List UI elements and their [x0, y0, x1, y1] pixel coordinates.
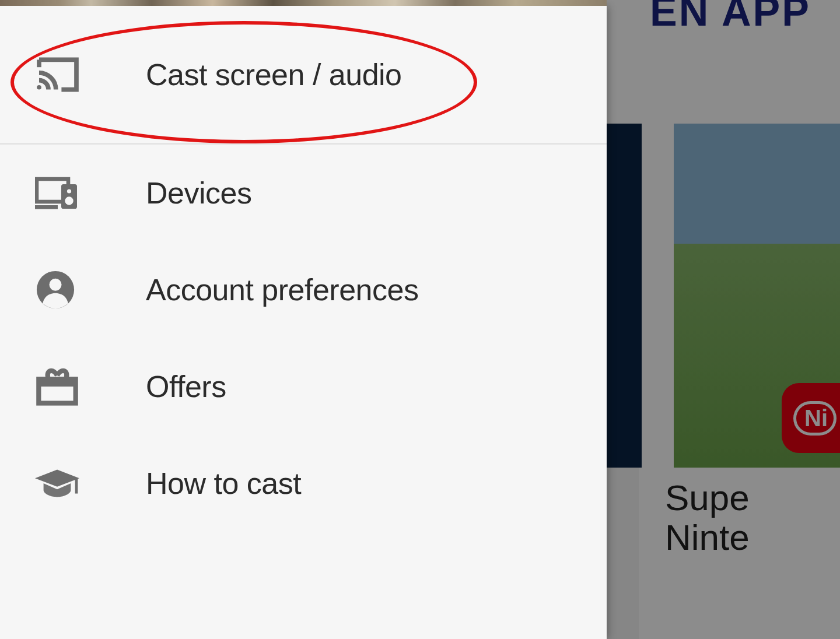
svg-rect-9 [75, 478, 78, 493]
svg-point-3 [65, 196, 73, 205]
navigation-drawer: Cast screen / audio Devices Account pref… [0, 6, 607, 639]
cast-icon [35, 56, 82, 93]
drawer-item-label: Offers [146, 369, 226, 404]
drawer-item-offers[interactable]: Offers [0, 338, 607, 435]
offers-icon [35, 366, 82, 407]
svg-point-6 [50, 279, 62, 291]
drawer-item-account-preferences[interactable]: Account preferences [0, 241, 607, 338]
svg-rect-4 [35, 205, 58, 209]
svg-rect-1 [61, 184, 77, 209]
drawer-item-label: Account preferences [146, 272, 418, 307]
drawer-cast-screen-audio[interactable]: Cast screen / audio [0, 6, 607, 145]
svg-rect-8 [37, 377, 78, 387]
drawer-item-devices[interactable]: Devices [0, 145, 607, 241]
devices-icon [35, 175, 82, 210]
svg-point-2 [67, 189, 71, 193]
drawer-item-label: Devices [146, 175, 251, 210]
drawer-item-label: How to cast [146, 466, 301, 501]
drawer-item-how-to-cast[interactable]: How to cast [0, 435, 607, 532]
graduation-cap-icon [35, 469, 82, 498]
drawer-cast-label: Cast screen / audio [146, 57, 402, 92]
account-icon [35, 269, 82, 310]
drawer-top-accent [0, 0, 607, 6]
